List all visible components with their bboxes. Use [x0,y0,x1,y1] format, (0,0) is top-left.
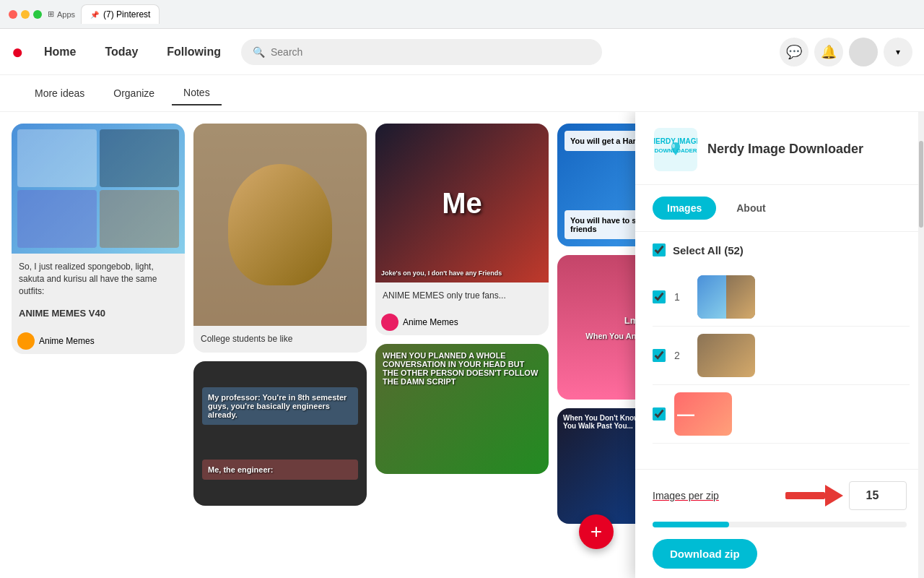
pin-text: ANIME MEMES only true fans... [375,282,549,309]
extension-title-block: Nerdy Image Downloader [707,142,863,158]
image-item-3: ▬▬▬ [653,385,910,444]
nav-home[interactable]: Home [35,40,84,64]
pin-card[interactable]: So, I just realized spongebob, light, sa… [12,124,185,354]
ext-scrollbar-thumb [919,141,923,228]
chat-button[interactable]: 💬 [780,38,808,66]
close-dot[interactable] [9,10,17,19]
subnav-notes[interactable]: Notes [172,81,222,105]
extension-footer: Images per zip Download zip [635,469,924,578]
select-all-checkbox[interactable] [653,243,666,256]
pin-card[interactable]: WHEN YOU PLANNED A WHOLE CONVERSATION IN… [375,344,549,474]
meme-text: Me, the engineer: [208,465,352,474]
images-per-zip-row: Images per zip [653,481,907,510]
search-placeholder: Search [271,46,302,58]
image-checkbox-3[interactable] [653,407,666,420]
item-num-2: 2 [674,350,689,361]
pin-text: So, I just realized spongebob, light, sa… [12,254,185,304]
pinterest-logo[interactable]: ● [12,40,24,64]
image-checkbox-1[interactable] [653,290,666,303]
image-item-2: 2 [653,327,910,385]
extension-header: NERDY IMAGE DOWNLOADER Nerdy Image Downl… [635,112,924,185]
search-icon: 🔍 [253,46,265,58]
extension-panel: NERDY IMAGE DOWNLOADER Nerdy Image Downl… [635,112,924,578]
images-per-zip-label: Images per zip [653,490,719,501]
chevron-down-icon[interactable]: ▾ [884,38,912,66]
fab-button[interactable]: + [579,514,614,549]
notification-button[interactable]: 🔔 [814,38,843,66]
item-num-1: 1 [674,291,689,303]
pin-author: Anime Memes [12,328,185,354]
pin-card[interactable]: College students be like [193,124,367,353]
browser-tabs: 📌 (7) Pinterest [81,4,915,24]
tab-about[interactable]: About [722,197,780,220]
tab-favicon: 📌 [90,11,99,19]
tab-images[interactable]: Images [653,197,716,220]
extension-logo: NERDY IMAGE DOWNLOADER [653,126,699,173]
select-all-label: Select All (52) [673,244,744,256]
grid-icon: ⊞ [48,9,54,19]
image-list: 1 2 ▬▬▬ [653,268,910,444]
search-bar[interactable]: 🔍 Search [241,39,602,65]
red-arrow-icon [785,481,843,510]
svg-marker-5 [825,485,843,506]
pinterest-tab[interactable]: 📌 (7) Pinterest [81,4,160,24]
ext-scrollbar[interactable] [918,112,924,578]
extension-tabs: Images About [635,185,924,232]
maximize-dot[interactable] [33,10,42,19]
item-thumb-3: ▬▬▬ [674,392,732,436]
meme-text: WHEN YOU PLANNED A WHOLE CONVERSATION IN… [383,351,541,386]
extension-title: Nerdy Image Downloader [707,142,863,158]
images-per-zip-label-wrap: Images per zip [653,489,719,502]
minimize-dot[interactable] [21,10,30,19]
images-per-zip-input[interactable] [849,481,907,510]
select-all-row: Select All (52) [653,243,910,256]
pinterest-header: ● Home Today Following 🔍 Search 💬 🔔 ▾ [0,29,924,75]
svg-point-3 [672,144,675,148]
extension-body: Select All (52) 1 2 [635,232,924,469]
item-thumb-2 [697,334,755,377]
pin-card[interactable]: Me Joke's on you, I don't have any Frien… [375,124,549,335]
download-zip-button[interactable]: Download zip [653,539,757,569]
main-content: So, I just realized spongebob, light, sa… [0,112,924,578]
header-icons: 💬 🔔 ▾ [780,38,912,66]
progress-bar [653,522,907,527]
image-item-1: 1 [653,268,910,327]
svg-rect-4 [785,492,825,499]
pin-card[interactable]: My professor: You're in 8th semester guy… [193,361,367,506]
image-checkbox-2[interactable] [653,349,666,362]
meme-text: My professor: You're in 8th semester guy… [208,393,352,419]
subnav-more-ideas[interactable]: More ideas [23,82,96,105]
tab-label: (7) Pinterest [103,9,150,20]
pin-author: Anime Memes [375,309,549,335]
item-thumb-1 [697,275,755,319]
nav-today[interactable]: Today [96,40,147,64]
subnav-organize[interactable]: Organize [102,82,166,105]
apps-label: Apps [57,10,75,19]
window-controls [9,10,42,19]
arrow-container [719,481,907,510]
avatar[interactable] [849,38,878,66]
sub-nav: More ideas Organize Notes [0,75,924,112]
pin-title: ANIME MEMES V40 [12,307,185,327]
nav-following[interactable]: Following [158,40,230,64]
apps-button[interactable]: ⊞ Apps [48,9,75,19]
browser-chrome: ⊞ Apps 📌 (7) Pinterest [0,0,924,29]
pin-text: College students be like [193,326,367,353]
meme-text: Joke's on you, I don't have any Friends [381,269,543,277]
progress-bar-fill [653,522,729,527]
